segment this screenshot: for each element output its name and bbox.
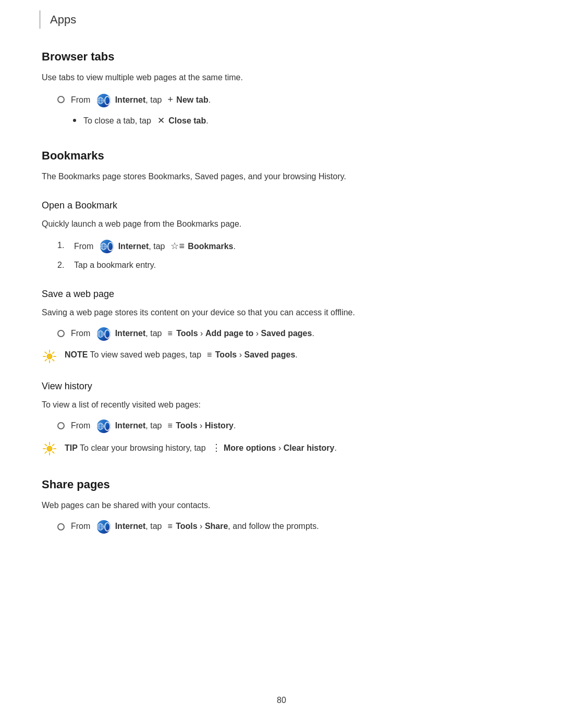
step1-text: From Internet, tap ☆≡ Bookmarks. <box>74 239 236 254</box>
svg-line-23 <box>45 360 47 361</box>
view-history-tip: TIP To clear your browsing history, tap … <box>42 440 521 456</box>
svg-line-37 <box>45 452 47 453</box>
svg-point-29 <box>47 446 52 451</box>
view-history-instruction: From Internet, tap ≡ Tools › History. <box>57 419 521 433</box>
svg-line-20 <box>45 352 47 353</box>
svg-line-34 <box>45 444 47 446</box>
internet-app-icon-3 <box>97 327 111 341</box>
browser-tabs-description: Use tabs to view multiple web pages at t… <box>42 71 521 84</box>
tip-sun-icon <box>42 441 57 456</box>
bullet-circle-icon <box>57 96 65 103</box>
apps-title: Apps <box>50 13 76 26</box>
x-icon: ✕ <box>157 116 165 126</box>
save-web-page-subtitle: Save a web page <box>42 287 521 302</box>
tip-content: TIP To clear your browsing history, tap … <box>65 440 337 455</box>
svg-line-36 <box>53 444 54 446</box>
open-bookmark-subsection: Open a Bookmark Quickly launch a web pag… <box>42 198 521 272</box>
share-pages-title: Share pages <box>42 475 521 493</box>
view-history-description: To view a list of recently visited web p… <box>42 398 521 412</box>
svg-line-22 <box>53 352 54 353</box>
instruction-text: From Internet, tap + New tab. <box>71 92 211 107</box>
note-content: NOTE To view saved web pages, tap ≡ Tool… <box>65 348 298 362</box>
open-bookmark-step2: 2. Tap a bookmark entry. <box>57 258 521 272</box>
plus-icon: + <box>167 94 173 105</box>
view-history-subsection: View history To view a list of recently … <box>42 379 521 456</box>
share-pages-section: Share pages Web pages can be shared with… <box>42 475 521 534</box>
bullet-circle-icon-2 <box>57 330 65 337</box>
open-bookmark-description: Quickly launch a web page from the Bookm… <box>42 217 521 231</box>
note-tools-icon: ≡ <box>207 350 212 359</box>
save-web-page-subsection: Save a web page Saving a web page stores… <box>42 287 521 364</box>
close-tab-instruction: To close a tab, tap ✕ Close tab. <box>73 114 521 128</box>
svg-point-15 <box>47 354 52 359</box>
open-bookmark-step1: 1. From Internet, tap ☆≡ Bookmarks. <box>57 239 521 254</box>
bookmarks-description: The Bookmarks page stores Bookmarks, Sav… <box>42 170 521 183</box>
browser-tabs-section: Browser tabs Use tabs to view multiple w… <box>42 47 521 128</box>
share-pages-instruction: From Internet, tap ≡ Tools › Share, and … <box>57 520 521 534</box>
page-container: Apps Browser tabs Use tabs to view multi… <box>0 0 563 728</box>
close-tab-text: To close a tab, tap ✕ Close tab. <box>83 114 209 128</box>
open-bookmark-subtitle: Open a Bookmark <box>42 198 521 213</box>
internet-app-icon <box>97 94 111 107</box>
new-tab-instruction: From Internet, tap + New tab. <box>57 92 521 107</box>
history-tools-icon: ≡ <box>167 421 172 430</box>
svg-line-21 <box>53 360 54 361</box>
share-tools-icon: ≡ <box>167 522 172 530</box>
note-sun-icon <box>42 349 57 364</box>
step1-number: 1. <box>57 239 70 252</box>
step2-text: Tap a bookmark entry. <box>74 258 156 272</box>
internet-app-icon-4 <box>97 419 111 433</box>
bookmarks-title: Bookmarks <box>42 146 521 165</box>
bookmarks-icon: ☆≡ <box>170 241 185 251</box>
step2-number: 2. <box>57 258 70 272</box>
save-web-page-description: Saving a web page stores its content on … <box>42 306 521 319</box>
save-page-note: NOTE To view saved web pages, tap ≡ Tool… <box>42 348 521 364</box>
apps-header: Apps <box>39 10 521 29</box>
share-instruction-text: From Internet, tap ≡ Tools › Share, and … <box>71 520 319 534</box>
internet-app-icon-2 <box>100 240 114 253</box>
svg-line-35 <box>53 452 54 453</box>
bullet-dot-icon <box>73 119 76 122</box>
history-instruction-text: From Internet, tap ≡ Tools › History. <box>71 419 236 433</box>
more-options-icon: ⋮ <box>212 442 221 453</box>
share-pages-description: Web pages can be shared with your contac… <box>42 499 521 512</box>
bullet-circle-icon-4 <box>57 523 65 530</box>
save-web-page-instruction: From Internet, tap ≡ Tools › Add page to… <box>57 327 521 341</box>
tools-menu-icon: ≡ <box>167 329 173 338</box>
bookmarks-section: Bookmarks The Bookmarks page stores Book… <box>42 146 521 456</box>
page-number: 80 <box>277 696 286 705</box>
bullet-circle-icon-3 <box>57 422 65 429</box>
save-page-text: From Internet, tap ≡ Tools › Add page to… <box>71 327 314 341</box>
internet-app-icon-5 <box>97 520 111 534</box>
browser-tabs-title: Browser tabs <box>42 47 521 66</box>
view-history-subtitle: View history <box>42 379 521 394</box>
page-footer: 80 <box>0 694 563 707</box>
